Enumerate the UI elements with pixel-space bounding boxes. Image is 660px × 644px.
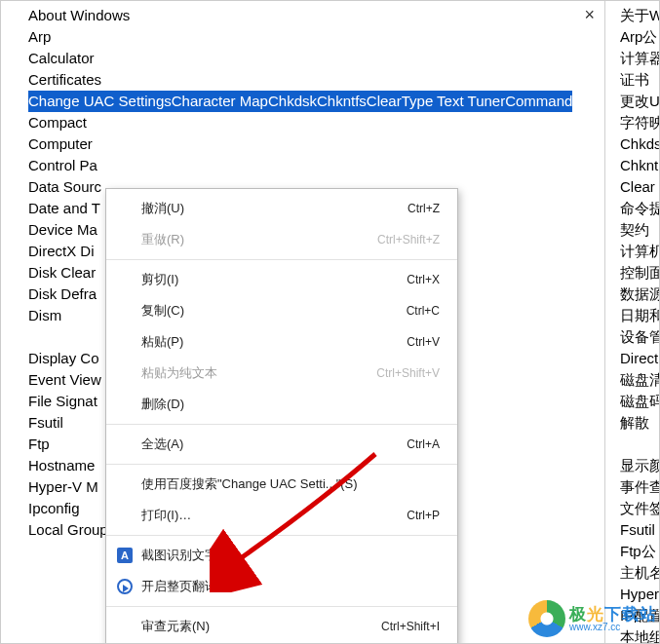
- menu-baidu-search[interactable]: 使用百度搜索"Change UAC Setti..."(S): [106, 469, 457, 500]
- list-item[interactable]: Chkdsk: [268, 91, 317, 112]
- list-item: 文件签: [620, 498, 660, 519]
- menu-shortcut: Ctrl+V: [407, 335, 440, 349]
- list-item: 计算机: [620, 241, 660, 262]
- menu-separator: [106, 606, 457, 607]
- menu-label: 剪切(I): [141, 271, 407, 288]
- right-panel: 关于WArp公计算器证书更改U字符映ChkdsChkntClear命令提契约计算…: [620, 1, 660, 644]
- menu-paste[interactable]: 粘贴(P) Ctrl+V: [106, 326, 457, 358]
- menu-label: 复制(C): [141, 302, 407, 320]
- menu-shortcut: Ctrl+C: [407, 304, 440, 318]
- menu-label: 粘贴为纯文本: [141, 364, 376, 382]
- list-item[interactable]: Character Map: [172, 91, 268, 112]
- menu-inspect[interactable]: 审查元素(N) Ctrl+Shift+I: [106, 611, 457, 642]
- menu-paste-plain: 粘贴为纯文本 Ctrl+Shift+V: [106, 358, 457, 389]
- watermark: 极光下载站 www.xz7.cc: [528, 600, 657, 637]
- list-item: Clear: [620, 176, 660, 198]
- menu-separator: [106, 424, 457, 425]
- capture-icon: A: [116, 547, 134, 564]
- list-item: [620, 434, 660, 455]
- list-item: 契约: [620, 219, 660, 241]
- menu-shortcut: Ctrl+Z: [408, 202, 440, 215]
- list-item: 控制面: [620, 262, 660, 284]
- menu-delete[interactable]: 删除(D): [106, 389, 457, 420]
- list-item[interactable]: Computer: [28, 133, 604, 155]
- menu-cut[interactable]: 剪切(I) Ctrl+X: [106, 264, 457, 295]
- list-item: 字符映: [620, 112, 660, 133]
- menu-label: 使用百度搜索"Change UAC Setti..."(S): [141, 475, 440, 493]
- watermark-title: 极光下载站: [569, 606, 657, 623]
- list-item: 计算器: [620, 48, 660, 69]
- context-menu: 撤消(U) Ctrl+Z 重做(R) Ctrl+Shift+Z 剪切(I) Ct…: [105, 188, 458, 644]
- menu-separator: [106, 464, 457, 465]
- list-item[interactable]: About Windows: [28, 5, 604, 26]
- menu-label: 截图识别文字: [141, 547, 440, 564]
- list-item[interactable]: ClearType Text Tuner: [367, 91, 505, 112]
- list-item: 解散: [620, 412, 660, 434]
- list-item: 数据源: [620, 284, 660, 305]
- right-list: 关于WArp公计算器证书更改U字符映ChkdsChkntClear命令提契约计算…: [620, 5, 660, 644]
- list-item: 更改U: [620, 91, 660, 112]
- list-item[interactable]: Compact: [28, 112, 604, 133]
- menu-separator: [106, 259, 457, 260]
- menu-shortcut: Ctrl+P: [407, 509, 440, 522]
- list-item[interactable]: Control Pa: [28, 155, 604, 176]
- menu-label: 开启整页翻译: [141, 578, 440, 595]
- menu-shortcut: Ctrl+X: [407, 273, 440, 286]
- menu-separator: [106, 535, 457, 536]
- menu-label: 撤消(U): [141, 200, 408, 217]
- menu-label: 审查元素(N): [141, 618, 381, 635]
- list-item: 命令提: [620, 198, 660, 219]
- list-item: 日期和: [620, 305, 660, 326]
- list-item: 设备管: [620, 326, 660, 348]
- watermark-url: www.xz7.cc: [569, 623, 657, 632]
- watermark-logo-icon: [528, 600, 565, 637]
- menu-label: 删除(D): [141, 396, 440, 413]
- list-item: 事件查: [620, 476, 660, 498]
- menu-ocr[interactable]: A 截图识别文字: [106, 540, 457, 571]
- list-item: Chknt: [620, 155, 660, 176]
- list-item: Arp公: [620, 26, 660, 48]
- menu-label: 粘贴(P): [141, 333, 407, 351]
- menu-shortcut: Ctrl+A: [407, 437, 440, 451]
- menu-shortcut: Ctrl+Shift+I: [381, 620, 440, 633]
- menu-undo[interactable]: 撤消(U) Ctrl+Z: [106, 193, 457, 224]
- close-icon[interactable]: ×: [584, 5, 595, 25]
- list-item: 磁盘码: [620, 391, 660, 412]
- list-item[interactable]: Arp: [28, 26, 604, 48]
- list-item: 证书: [620, 69, 660, 91]
- list-item[interactable]: Command: [505, 91, 572, 112]
- list-item: Chkds: [620, 133, 660, 155]
- list-item: 磁盘清: [620, 369, 660, 391]
- list-item: Ftp公: [620, 541, 660, 562]
- menu-label: 重做(R): [141, 231, 377, 248]
- menu-redo: 重做(R) Ctrl+Shift+Z: [106, 224, 457, 255]
- list-item: 主机名: [620, 562, 660, 584]
- list-item: 关于W: [620, 5, 660, 26]
- list-item: Fsutil: [620, 519, 660, 541]
- menu-print[interactable]: 打印(I)… Ctrl+P: [106, 500, 457, 531]
- menu-translate[interactable]: 开启整页翻译: [106, 571, 457, 602]
- menu-copy[interactable]: 复制(C) Ctrl+C: [106, 295, 457, 326]
- menu-label: 打印(I)…: [141, 507, 407, 524]
- menu-select-all[interactable]: 全选(A) Ctrl+A: [106, 429, 457, 460]
- list-item[interactable]: Calculator: [28, 48, 604, 69]
- menu-label: 全选(A): [141, 436, 407, 453]
- list-item: 显示颜: [620, 455, 660, 476]
- list-item[interactable]: Change UAC Settings: [28, 91, 172, 112]
- list-item[interactable]: Certificates: [28, 69, 604, 91]
- translate-icon: [116, 578, 134, 595]
- list-item: Direct: [620, 348, 660, 369]
- list-item[interactable]: Chkntfs: [317, 91, 367, 112]
- menu-shortcut: Ctrl+Shift+Z: [377, 233, 440, 246]
- menu-shortcut: Ctrl+Shift+V: [376, 366, 440, 380]
